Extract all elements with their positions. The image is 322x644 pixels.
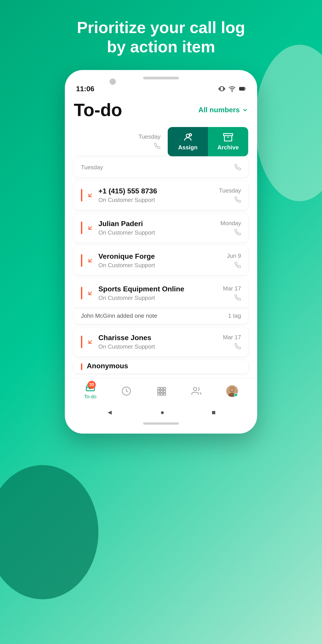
page-headline: Prioritize your call log by action item (77, 18, 245, 56)
call-info: 0260 4 (74, 136, 134, 146)
svg-rect-0 (220, 87, 223, 91)
call-info: +1 (415) 555 8736 On Customer Support (98, 187, 214, 204)
call-date: Tuesday (138, 133, 160, 140)
filter-button[interactable]: All numbers (198, 106, 248, 114)
table-row[interactable]: +1 (415) 555 8736 On Customer Support Tu… (74, 181, 248, 210)
svg-point-5 (232, 91, 232, 92)
call-date: Mar 17 (223, 334, 241, 341)
filter-label: All numbers (198, 106, 240, 114)
call-indicator (81, 336, 82, 348)
table-row[interactable]: Anonymous (74, 360, 248, 374)
assign-label: Assign (178, 144, 198, 151)
nav-item-contacts[interactable] (192, 386, 201, 396)
table-row[interactable]: Sports Equipment Online On Customer Supp… (74, 278, 248, 308)
svg-rect-18 (158, 390, 160, 392)
battery-icon (239, 85, 246, 92)
call-info: Julian Paderi On Customer Support (98, 220, 216, 236)
vibrate-icon (218, 85, 226, 92)
nav-item-recents[interactable] (122, 386, 131, 396)
call-indicator (81, 287, 82, 300)
incoming-arrow-icon (87, 224, 94, 232)
nav-item-todo[interactable]: 20 To-do (84, 382, 96, 400)
call-info: Charisse Jones On Customer Support (98, 334, 218, 350)
home-indicator (143, 422, 179, 425)
svg-rect-19 (160, 390, 162, 392)
swipe-assign-button[interactable]: Assign (168, 127, 208, 156)
call-date: Mar 17 (223, 285, 241, 292)
phone-speaker (143, 77, 179, 80)
call-date: Monday (220, 220, 241, 227)
back-button[interactable]: ◄ (106, 408, 113, 416)
call-date: Jun 9 (227, 252, 241, 260)
recents-button[interactable]: ■ (212, 408, 216, 416)
bg-decoration-left (0, 465, 98, 599)
call-subtitle: On Customer Support (98, 196, 214, 204)
svg-rect-12 (224, 134, 232, 136)
phone-icon[interactable] (234, 196, 241, 203)
call-meta: Mar 17 (223, 285, 241, 301)
phone-icon[interactable] (234, 229, 241, 236)
phone-icon[interactable] (234, 294, 241, 301)
svg-rect-17 (164, 387, 166, 389)
online-indicator (234, 393, 238, 397)
phone-top-bar (65, 77, 257, 80)
archive-label: Archive (217, 144, 238, 151)
call-subtitle: On Customer Support (98, 343, 218, 350)
incoming-arrow-icon (87, 338, 94, 346)
people-icon (192, 386, 201, 396)
status-icons (218, 85, 246, 92)
call-meta: Tuesday (219, 187, 241, 203)
app-title: To-do (74, 100, 122, 120)
swipe-archive-button[interactable]: Archive (208, 127, 248, 156)
app-content: To-do All numbers (65, 95, 257, 374)
svg-rect-20 (164, 390, 166, 392)
nav-label-todo: To-do (84, 394, 96, 400)
nav-badge-todo: 20 (88, 381, 96, 389)
call-indicator (81, 363, 82, 370)
nav-item-apps[interactable] (156, 386, 166, 396)
table-row[interactable]: 0260 4 Tuesday (74, 127, 168, 156)
phone-icon[interactable] (234, 343, 241, 350)
phone-camera (110, 78, 116, 85)
call-date: Tuesday (219, 187, 241, 194)
call-subtitle: On Customer Support (98, 229, 216, 236)
table-row[interactable]: Charisse Jones On Customer Support Mar 1… (74, 327, 248, 356)
call-subtitle: On Customer Support (98, 262, 222, 269)
call-indicator (81, 189, 82, 202)
status-bar: 11:06 (65, 82, 257, 95)
svg-rect-22 (160, 393, 162, 395)
call-date-2: Tuesday (81, 164, 103, 171)
svg-rect-23 (164, 393, 166, 395)
svg-rect-15 (158, 387, 160, 389)
phone-icon[interactable] (154, 142, 160, 149)
android-nav-bar: ◄ ● ■ (65, 404, 257, 420)
call-name: Sports Equipment Online (98, 285, 218, 293)
call-indicator (81, 222, 82, 234)
call-name: Charisse Jones (98, 334, 218, 342)
phone-icon-2[interactable] (234, 164, 241, 170)
clock-icon (122, 386, 131, 396)
wifi-icon (228, 85, 236, 92)
call-name: Anonymous (87, 362, 241, 370)
status-time: 11:06 (76, 85, 94, 93)
call-info: Veronique Forge On Customer Support (98, 252, 222, 269)
table-row[interactable]: Tuesday (74, 158, 248, 177)
note-text: John McGinn added one note (81, 312, 157, 319)
phone-icon[interactable] (234, 262, 241, 268)
call-meta: Jun 9 (227, 252, 241, 268)
home-button[interactable]: ● (160, 408, 164, 416)
incoming-arrow-icon (87, 257, 94, 264)
call-info: Anonymous (87, 362, 241, 372)
call-meta: Monday (220, 220, 241, 236)
call-name: Veronique Forge (98, 252, 222, 260)
call-name: Julian Paderi (98, 220, 216, 228)
note-tag: 1 tag (228, 312, 241, 319)
table-row[interactable]: Veronique Forge On Customer Support Jun … (74, 246, 248, 275)
svg-rect-21 (158, 393, 160, 395)
svg-point-28 (230, 388, 234, 392)
avatar (226, 385, 238, 397)
table-row[interactable]: Julian Paderi On Customer Support Monday (74, 213, 248, 242)
nav-item-profile[interactable] (226, 385, 238, 397)
app-header: To-do All numbers (74, 95, 248, 127)
call-subtitle: On Customer Support (98, 294, 218, 302)
